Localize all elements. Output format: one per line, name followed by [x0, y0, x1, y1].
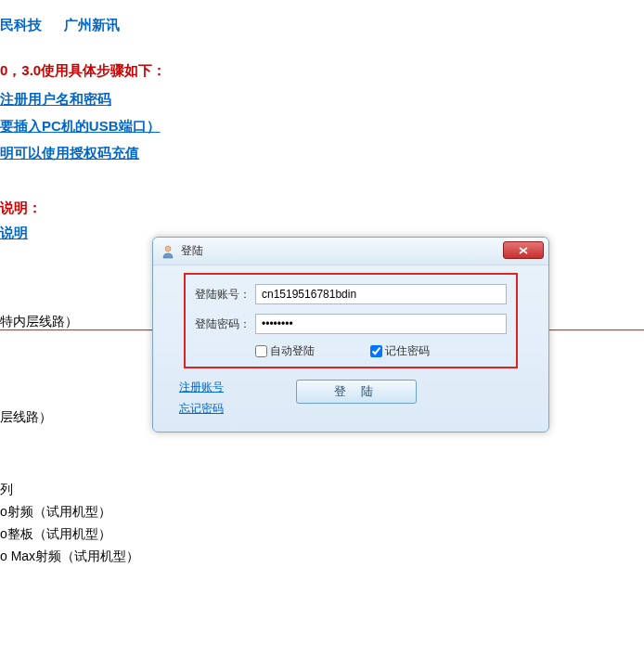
- side-links: 注册账号 忘记密码: [179, 380, 224, 417]
- remember-pwd-option[interactable]: 记住密码: [370, 343, 430, 359]
- link-usb[interactable]: 要插入PC机的USB端口）: [0, 118, 644, 135]
- text-max-rf: o Max射频（试用机型）: [0, 548, 644, 565]
- dialog-bottom-row: 注册账号 忘记密码 登 陆: [164, 380, 537, 417]
- dialog-titlebar[interactable]: 登陆: [153, 238, 548, 265]
- password-row: 登陆密码：: [195, 314, 507, 334]
- auto-login-option[interactable]: 自动登陆: [255, 343, 315, 359]
- user-icon: [161, 244, 175, 259]
- register-link[interactable]: 注册账号: [179, 380, 224, 395]
- password-label: 登陆密码：: [195, 316, 255, 332]
- highlight-box: 登陆账号： 登陆密码： 自动登陆 记住密码: [184, 273, 518, 368]
- dialog-title: 登陆: [181, 243, 203, 259]
- link-recharge[interactable]: 明可以使用授权码充值: [0, 145, 644, 162]
- auto-login-label: 自动登陆: [270, 343, 315, 359]
- svg-point-0: [165, 246, 171, 252]
- remember-pwd-label: 记住密码: [385, 343, 430, 359]
- close-icon: [519, 247, 528, 254]
- text-rf: o射频（试用机型）: [0, 504, 644, 521]
- text-board: o整板（试用机型）: [0, 526, 644, 543]
- remember-pwd-checkbox[interactable]: [370, 345, 382, 357]
- close-button[interactable]: [503, 241, 544, 259]
- dialog-body: 登陆账号： 登陆密码： 自动登陆 记住密码 注册账号 忘: [153, 265, 548, 432]
- account-label: 登陆账号：: [195, 287, 255, 303]
- auto-login-checkbox[interactable]: [255, 345, 267, 357]
- checkbox-row: 自动登陆 记住密码: [195, 343, 507, 359]
- text-series: 列: [0, 482, 644, 498]
- password-input[interactable]: [255, 314, 507, 334]
- login-dialog: 登陆 登陆账号： 登陆密码： 自动登陆: [152, 237, 549, 432]
- link-register[interactable]: 注册用户名和密码: [0, 91, 644, 109]
- top-link-1[interactable]: 民科技: [0, 17, 42, 32]
- account-row: 登陆账号：: [195, 284, 507, 304]
- label-explain-blue[interactable]: 说明: [0, 225, 28, 242]
- account-input[interactable]: [255, 284, 507, 304]
- top-link-2[interactable]: 广州新讯: [64, 17, 120, 32]
- forgot-link[interactable]: 忘记密码: [179, 401, 224, 417]
- login-button[interactable]: 登 陆: [296, 380, 417, 404]
- heading-steps: 0，3.0使用具体步骤如下：: [0, 62, 644, 80]
- label-explain-red: 说明：: [0, 200, 42, 217]
